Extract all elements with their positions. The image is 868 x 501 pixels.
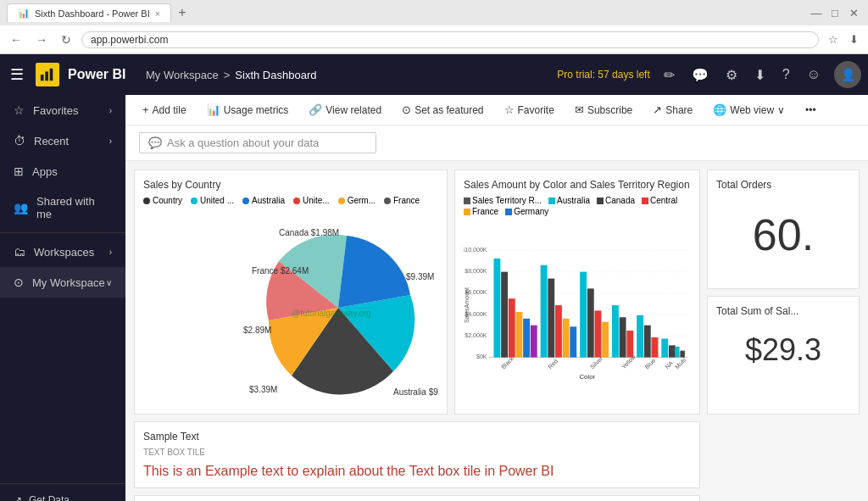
svg-text:Blue: Blue (644, 357, 658, 370)
chevron-icon: › (109, 136, 112, 146)
pie-chart-tile: Sales by Country Country United ... Aust… (134, 170, 448, 415)
sidebar-bottom: ↗ Get Data (0, 483, 125, 501)
help-icon[interactable]: ? (779, 64, 793, 86)
download-icon[interactable]: ⬇ (751, 64, 769, 86)
qa-input[interactable]: 💬 Ask a question about your data (139, 132, 376, 153)
bookmark-icon[interactable]: ☆ (826, 32, 841, 47)
tab-close-button[interactable]: × (155, 8, 160, 19)
svg-text:$2,000K: $2,000K (465, 332, 487, 339)
dashboard-grid: Sales by Country Country United ... Aust… (125, 161, 868, 501)
back-button[interactable]: ← (7, 31, 25, 48)
svg-rect-46 (675, 347, 680, 358)
feedback-icon[interactable]: ☺ (804, 64, 824, 86)
total-sum-value: $29.3 (716, 322, 850, 378)
svg-rect-2 (50, 69, 53, 81)
breadcrumb-separator: > (224, 69, 231, 81)
legend-country: Country (143, 196, 182, 205)
set-featured-label: Set as featured (415, 104, 483, 116)
subscribe-label: Subscribe (587, 104, 632, 116)
svg-text:France $2.64M: France $2.64M (252, 266, 309, 276)
svg-rect-29 (541, 265, 548, 358)
svg-rect-1 (45, 71, 48, 81)
web-icon: 🌐 (713, 103, 726, 116)
tab-icon: 📊 (18, 8, 30, 19)
svg-rect-26 (515, 312, 522, 358)
web-view-button[interactable]: 🌐 Web view ∨ (709, 102, 788, 118)
download-icon[interactable]: ⬇ (846, 32, 861, 47)
svg-rect-27 (523, 319, 530, 358)
more-options-button[interactable]: ••• (802, 103, 820, 118)
comments-icon[interactable]: 💬 (688, 64, 712, 86)
settings-icon[interactable]: ⚙ (722, 64, 741, 86)
bar-chart-tile: Sales Amount by Color and Sales Territor… (454, 170, 700, 415)
user-avatar[interactable]: 👤 (834, 61, 861, 88)
sidebar-item-shared[interactable]: 👥 Shared with me (0, 186, 125, 229)
svg-text:@tutorialgateway.org: @tutorialgateway.org (292, 309, 371, 318)
sidebar-item-myworkspace[interactable]: ⊙ My Workspace ∨ (0, 267, 125, 298)
sidebar-label-myworkspace: My Workspace (32, 276, 105, 289)
breadcrumb-workspace[interactable]: My Workspace (146, 69, 219, 81)
svg-rect-37 (602, 322, 609, 358)
chevron-icon: ∨ (106, 278, 112, 287)
view-related-button[interactable]: 🔗 View related (305, 102, 385, 118)
svg-rect-38 (612, 305, 619, 357)
browser-tab[interactable]: 📊 Sixth Dashboard - Power BI × (7, 3, 171, 22)
total-orders-tile: Total Orders 60. (707, 170, 860, 289)
legend-australia: Australia (242, 196, 285, 205)
tab-title: Sixth Dashboard - Power BI (35, 8, 150, 19)
new-tab-button[interactable]: + (178, 5, 186, 20)
svg-rect-36 (594, 310, 601, 357)
trial-badge: Pro trial: 57 days left (557, 69, 649, 81)
svg-text:$10,000K: $10,000K (464, 247, 487, 253)
breadcrumb: My Workspace > Sixth Dashboard (132, 69, 557, 81)
sidebar: ☆ Favorites › ⏱ Recent › ⊞ Apps 👥 Shared… (0, 95, 125, 501)
sidebar-divider (0, 232, 125, 233)
svg-text:Australia $9.06M: Australia $9.06M (393, 387, 438, 397)
text-box-subtitle: TEXT BOX TILE (143, 448, 691, 457)
svg-text:$3.39M: $3.39M (249, 385, 277, 394)
add-tile-button[interactable]: + Add tile (139, 102, 190, 118)
pie-chart-svg: $9.39M Australia $9.06M $3.39M $2.89M Fr… (143, 210, 438, 405)
sidebar-item-favorites[interactable]: ☆ Favorites › (0, 95, 125, 125)
address-input[interactable] (81, 31, 819, 48)
chevron-icon: › (109, 248, 112, 257)
qa-placeholder: Ask a question about your data (167, 136, 319, 149)
svg-rect-43 (651, 337, 658, 358)
share-button[interactable]: ↗ Share (649, 102, 696, 118)
text-box-title: Sample Text (143, 431, 691, 443)
svg-rect-32 (563, 319, 570, 358)
subscribe-button[interactable]: ✉ Subscribe (571, 102, 636, 118)
legend-united: United ... (191, 196, 234, 205)
set-featured-button[interactable]: ⊙ Set as featured (398, 102, 487, 118)
svg-rect-0 (41, 75, 44, 81)
sidebar-item-workspaces[interactable]: 🗂 Workspaces › (0, 237, 125, 267)
svg-rect-34 (580, 272, 587, 358)
hamburger-menu[interactable]: ☰ (7, 62, 27, 87)
legend-france: France (384, 196, 420, 205)
get-data-button[interactable]: ↗ Get Data (0, 484, 125, 501)
close-window-button[interactable]: ✕ (846, 5, 861, 20)
ellipsis-icon: ••• (805, 104, 816, 116)
total-orders-title: Total Orders (716, 179, 850, 191)
bar-legend: Sales Territory R... Australia Canada Ce… (464, 196, 691, 216)
maximize-button[interactable]: □ (827, 5, 843, 20)
edit-icon[interactable]: ✏ (660, 64, 678, 86)
top-bar-left: ☰ Power BI (7, 62, 132, 87)
qa-bar: 💬 Ask a question about your data (125, 125, 868, 161)
breadcrumb-current: Sixth Dashboard (235, 69, 316, 81)
app-logo (36, 63, 59, 86)
minimize-button[interactable]: — (809, 5, 824, 20)
favorite-button[interactable]: ☆ Favorite (501, 102, 558, 118)
svg-text:NA: NA (664, 359, 675, 370)
sidebar-item-apps[interactable]: ⊞ Apps (0, 156, 125, 186)
svg-rect-42 (644, 326, 651, 358)
refresh-button[interactable]: ↻ (58, 31, 75, 48)
sidebar-item-recent[interactable]: ⏱ Recent › (0, 125, 125, 156)
qa-icon: 💬 (148, 136, 162, 149)
browser-address-bar: ← → ↻ ☆ ⬇ (0, 25, 868, 54)
subscribe-icon: ✉ (575, 103, 584, 116)
usage-metrics-button[interactable]: 📊 Usage metrics (203, 102, 292, 118)
forward-button[interactable]: → (32, 31, 51, 48)
favorite-label: Favorite (518, 104, 554, 116)
sidebar-label-favorites: Favorites (33, 104, 78, 117)
